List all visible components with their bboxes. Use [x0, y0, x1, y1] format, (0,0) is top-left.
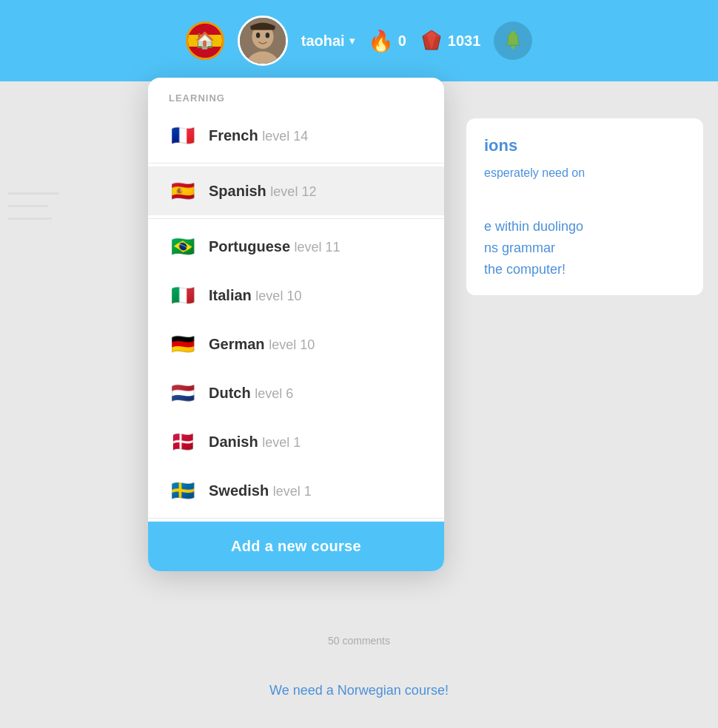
course-item-portuguese[interactable]: 🇧🇷 Portuguese level 11	[148, 222, 444, 271]
svg-rect-10	[511, 31, 515, 34]
avatar-image	[240, 18, 286, 64]
course-item-spanish[interactable]: 🇪🇸 Spanish level 12	[148, 166, 444, 215]
course-level-portuguese: level 11	[295, 240, 340, 255]
course-level-german: level 10	[269, 337, 315, 352]
svg-point-9	[511, 46, 515, 50]
flag-danish: 🇩🇰	[169, 428, 197, 456]
course-item-dutch[interactable]: 🇳🇱 Dutch level 6	[148, 368, 444, 417]
flag-french: 🇫🇷	[169, 121, 197, 149]
bell-icon	[503, 30, 523, 51]
gems-area: 1031	[420, 29, 481, 53]
course-item-german[interactable]: 🇩🇪 German level 10	[148, 320, 444, 368]
course-item-italian[interactable]: 🇮🇹 Italian level 10	[148, 271, 444, 320]
gem-icon	[420, 29, 443, 53]
course-level-french: level 14	[262, 129, 308, 144]
username-text: taohai	[301, 33, 345, 50]
course-name-french: French level 14	[209, 127, 308, 144]
course-item-danish[interactable]: 🇩🇰 Danish level 1	[148, 417, 444, 466]
course-name-italian: Italian level 10	[209, 287, 301, 304]
course-level-italian: level 10	[255, 289, 301, 303]
flag-spanish: 🇪🇸	[169, 177, 197, 205]
divider-1	[148, 163, 444, 164]
divider-2	[148, 218, 444, 219]
svg-point-4	[265, 33, 269, 38]
course-level-danish: level 1	[262, 435, 301, 450]
avatar	[238, 16, 288, 66]
course-level-spanish: level 12	[270, 184, 316, 199]
course-name-portuguese: Portuguese level 11	[209, 238, 340, 255]
username-area[interactable]: taohai ▾	[301, 33, 355, 50]
flag-german: 🇩🇪	[169, 330, 197, 358]
flag-italian: 🇮🇹	[169, 281, 197, 309]
course-item-french[interactable]: 🇫🇷 French level 14	[148, 111, 444, 160]
course-name-danish: Danish level 1	[209, 434, 301, 451]
flame-icon: 🔥	[368, 29, 394, 53]
svg-point-3	[256, 33, 260, 38]
card-snippet-1: e within duolingo	[484, 219, 685, 235]
course-name-german: German level 10	[209, 336, 315, 353]
card-title: ions	[484, 136, 685, 155]
language-dropdown: LEARNING 🇫🇷 French level 14 🇪🇸 Spanish l…	[148, 78, 444, 571]
svg-marker-8	[423, 30, 440, 36]
course-level-swedish: level 1	[273, 484, 312, 499]
current-language-flag: 🏠	[186, 21, 224, 60]
comments-count: 50 comments	[328, 635, 390, 647]
course-item-swedish[interactable]: 🇸🇪 Swedish level 1	[148, 466, 444, 515]
flag-dutch: 🇳🇱	[169, 379, 197, 407]
add-course-button[interactable]: Add a new course	[148, 522, 444, 571]
header-bar: 🏠 taohai ▾	[0, 0, 718, 81]
course-name-swedish: Swedish level 1	[209, 482, 312, 499]
divider-bottom	[148, 518, 444, 519]
norwegian-link[interactable]: We need a Norwegian course!	[269, 683, 449, 698]
gems-count: 1031	[448, 33, 481, 50]
background-card: ions esperately need on e within duoling…	[466, 118, 703, 295]
bg-left-decoration	[7, 192, 67, 230]
flag-portuguese: 🇧🇷	[169, 232, 197, 260]
streak-area: 🔥 0	[368, 29, 406, 53]
streak-count: 0	[398, 33, 406, 50]
dropdown-chevron: ▾	[349, 35, 355, 47]
course-name-dutch: Dutch level 6	[209, 385, 293, 402]
flag-swedish: 🇸🇪	[169, 476, 197, 505]
section-label: LEARNING	[148, 78, 444, 111]
card-snippet-3: the computer!	[484, 262, 685, 277]
bell-button[interactable]	[494, 21, 532, 60]
course-level-dutch: level 6	[255, 386, 293, 401]
header-center: 🏠 taohai ▾	[186, 16, 533, 66]
course-name-spanish: Spanish level 12	[209, 183, 316, 200]
card-snippet-2: ns grammar	[484, 240, 685, 256]
card-text-1: esperately need on	[484, 164, 685, 182]
svg-rect-5	[250, 26, 275, 30]
